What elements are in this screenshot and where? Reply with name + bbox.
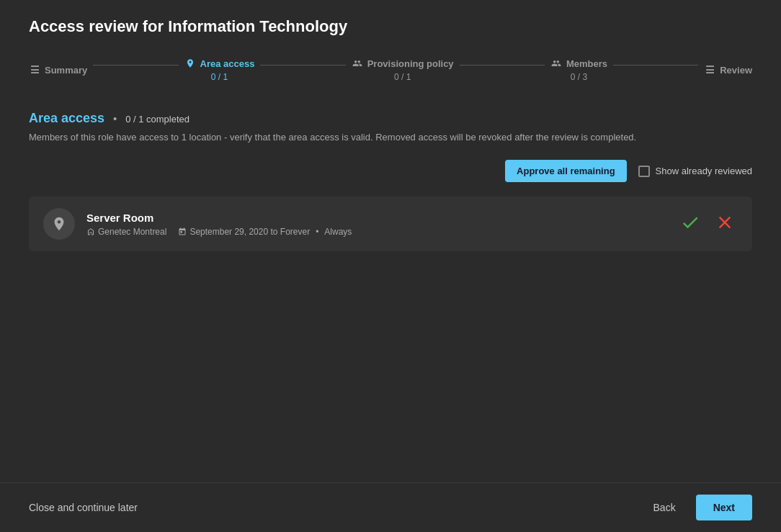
members-icon (550, 58, 562, 69)
building-icon (86, 227, 95, 236)
step-review[interactable]: ☰ Review (704, 64, 752, 76)
step-members[interactable]: Members 0 / 3 (550, 58, 607, 82)
close-continue-button[interactable]: Close and continue later (29, 502, 138, 513)
org-meta: Genetec Montreal (86, 227, 166, 237)
step-provisioning-policy[interactable]: Provisioning policy 0 / 1 (352, 58, 454, 82)
footer-right: Back Next (642, 495, 752, 520)
access-item-name: Server Room (86, 212, 666, 224)
section-header: Area access • 0 / 1 completed (29, 111, 752, 126)
access-card: Server Room Genetec Montreal September 2… (29, 197, 752, 251)
next-button[interactable]: Next (696, 495, 752, 520)
connector-1 (93, 65, 178, 66)
location-icon-container (43, 208, 75, 240)
date-meta: September 29, 2020 to Forever (178, 227, 310, 237)
step-area-access[interactable]: Area access 0 / 1 (184, 58, 255, 82)
actions-row: Approve all remaining Show already revie… (29, 160, 752, 182)
stepper: ☰ Summary Area access 0 / 1 (29, 58, 752, 82)
section-title: Area access (29, 111, 104, 125)
approve-item-button[interactable] (677, 209, 703, 238)
show-reviewed-checkbox[interactable] (638, 166, 650, 177)
connector-4 (613, 65, 698, 66)
location-icon (51, 216, 67, 232)
step-summary[interactable]: ☰ Summary (29, 64, 87, 76)
show-reviewed-label[interactable]: Show already reviewed (638, 166, 752, 177)
card-meta: Genetec Montreal September 29, 2020 to F… (86, 227, 666, 237)
area-access-icon (184, 58, 196, 69)
card-info: Server Room Genetec Montreal September 2… (86, 212, 666, 237)
page-title: Access review for Information Technology (29, 17, 752, 36)
summary-icon: ☰ (29, 64, 40, 76)
footer: Close and continue later Back Next (0, 482, 781, 532)
approve-all-button[interactable]: Approve all remaining (505, 160, 627, 182)
main-content: Access review for Information Technology… (0, 0, 781, 482)
back-button[interactable]: Back (642, 496, 687, 519)
card-actions (677, 209, 738, 238)
page-wrapper: Access review for Information Technology… (0, 0, 781, 532)
connector-3 (460, 65, 545, 66)
section-description: Members of this role have access to 1 lo… (29, 132, 752, 143)
reject-item-button[interactable] (712, 209, 738, 238)
provisioning-icon (352, 58, 363, 69)
calendar-icon (178, 227, 187, 236)
section-completion: 0 / 1 completed (125, 114, 189, 125)
connector-2 (260, 65, 345, 66)
schedule-meta: Always (324, 227, 352, 237)
review-icon: ☰ (704, 64, 715, 76)
